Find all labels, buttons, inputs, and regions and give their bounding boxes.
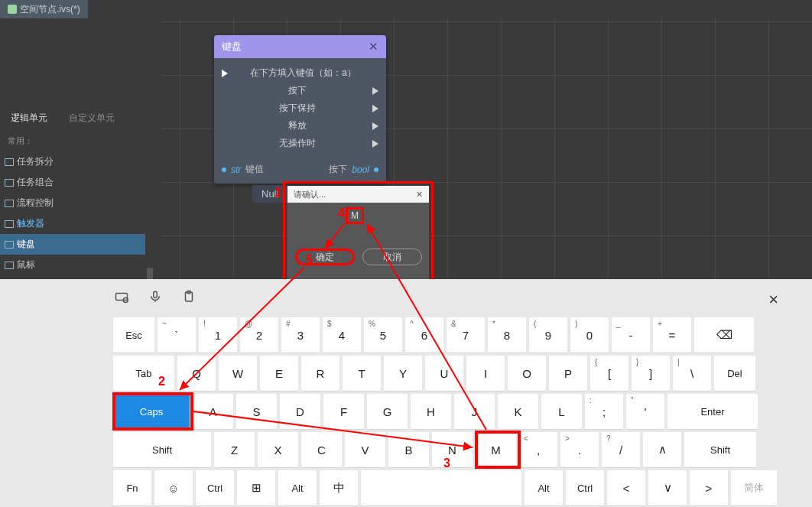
sidebar-item-task-group[interactable]: 任务组合 [0, 172, 145, 193]
key-V[interactable]: V [345, 432, 385, 467]
sidebar-item-mouse[interactable]: 鼠标 [0, 255, 145, 275]
out-port-icon[interactable] [372, 87, 378, 95]
key-6[interactable]: ^6 [405, 317, 443, 353]
key-0[interactable]: )0 [570, 317, 609, 353]
key-=[interactable]: += [653, 317, 691, 353]
key-P[interactable]: P [549, 356, 587, 391]
key-arrow-down[interactable]: ∨ [648, 470, 687, 505]
key-N[interactable]: N [432, 432, 473, 467]
key-enter[interactable]: Enter [667, 394, 758, 429]
key-3[interactable]: #3 [281, 317, 320, 353]
key-win[interactable]: ⊞ [237, 470, 275, 505]
microphone-icon[interactable] [148, 290, 162, 304]
key-comma[interactable]: <, [519, 432, 557, 467]
key-slash[interactable]: ?/ [602, 432, 640, 467]
key-J[interactable]: J [454, 394, 495, 429]
key-E[interactable]: E [260, 356, 298, 391]
key-ctrl-r[interactable]: Ctrl [566, 470, 604, 505]
out-port-icon[interactable] [372, 105, 378, 112]
key-period[interactable]: >. [560, 432, 599, 467]
key-space[interactable] [361, 470, 521, 505]
key-2[interactable]: @2 [240, 317, 278, 353]
key-backspace[interactable]: ⌫ [694, 317, 754, 353]
out-port-icon[interactable] [372, 140, 378, 148]
key-G[interactable]: G [367, 394, 408, 429]
keyboard-close-button[interactable]: × [768, 290, 778, 310]
key-arrow-right[interactable]: > [690, 470, 728, 505]
key-9[interactable]: (9 [529, 317, 567, 353]
on-screen-keyboard: × Esc ~`!1@2#3$4%5^6&7*8(9)0_-+= ⌫ Tab Q… [0, 279, 812, 507]
key-tab[interactable]: Tab [113, 356, 174, 391]
dialog-value: M [346, 207, 364, 224]
key-5[interactable]: %5 [364, 317, 402, 353]
key-bracket-l[interactable]: {[ [590, 356, 628, 391]
node-canvas[interactable]: 键盘 ✕ 在下方填入键值（如：a） 按下 按下保持 释放 无操作时 str 键值… [161, 18, 812, 279]
key-shift-l[interactable]: Shift [113, 432, 211, 467]
key-arrow-up[interactable]: ∧ [643, 432, 681, 467]
key-ime[interactable]: 中 [320, 470, 358, 505]
out-port-icon[interactable] [372, 122, 378, 130]
key-D[interactable]: D [280, 394, 320, 429]
key-backslash[interactable]: |\ [673, 356, 711, 391]
key-caps[interactable]: Caps [113, 394, 190, 429]
key-C[interactable]: C [301, 432, 342, 467]
key-I[interactable]: I [466, 356, 505, 391]
key-A[interactable]: A [193, 394, 233, 429]
close-icon[interactable]: ✕ [416, 190, 423, 200]
dialog-title-bar[interactable]: 请确认... ✕ [287, 186, 429, 203]
sidebar-item-task-split[interactable]: 任务拆分 [0, 151, 145, 172]
side-list: 任务拆分 任务组合 流程控制 触发器 键盘 鼠标 空间触发器 [0, 151, 145, 296]
node-keyboard[interactable]: 键盘 ✕ 在下方填入键值（如：a） 按下 按下保持 释放 无操作时 str 键值… [214, 35, 386, 184]
key-B[interactable]: B [388, 432, 429, 467]
sidebar-item-trigger[interactable]: 触发器 [0, 213, 145, 234]
key-8[interactable]: *8 [488, 317, 526, 353]
key-R[interactable]: R [301, 356, 339, 391]
side-tab-custom[interactable]: 自定义单元 [58, 107, 125, 129]
key-bracket-r[interactable]: }] [632, 356, 670, 391]
key-K[interactable]: K [498, 394, 538, 429]
key-esc[interactable]: Esc [113, 317, 154, 353]
file-tab[interactable]: 空间节点.ivs(*) [0, 0, 88, 18]
key-`[interactable]: ~` [158, 317, 196, 353]
key-O[interactable]: O [508, 356, 546, 391]
clipboard-icon[interactable] [182, 290, 196, 304]
sidebar-item-flow[interactable]: 流程控制 [0, 193, 145, 213]
key-arrow-left[interactable]: < [607, 470, 645, 505]
out-port-icon[interactable] [374, 167, 378, 172]
ok-button[interactable]: 确定 [295, 249, 355, 265]
key-quote[interactable]: "' [626, 394, 664, 429]
node-row-none: 无操作时 [279, 137, 316, 150]
key-emoji[interactable]: ☺ [154, 470, 193, 505]
node-title-bar[interactable]: 键盘 ✕ [214, 35, 386, 58]
sidebar-item-keyboard[interactable]: 键盘 [0, 234, 145, 255]
cancel-button[interactable]: 取消 [362, 249, 422, 265]
key-alt-r[interactable]: Alt [525, 470, 563, 505]
key-Q[interactable]: Q [177, 356, 216, 391]
key-Z[interactable]: Z [214, 432, 255, 467]
key-1[interactable]: !1 [199, 317, 237, 353]
key-L[interactable]: L [541, 394, 582, 429]
key-W[interactable]: W [219, 356, 257, 391]
key-4[interactable]: $4 [323, 317, 361, 353]
key-Y[interactable]: Y [384, 356, 422, 391]
key--[interactable]: _- [612, 317, 650, 353]
in-port-icon[interactable] [222, 167, 226, 172]
key-fn[interactable]: Fn [113, 470, 151, 505]
key-7[interactable]: &7 [447, 317, 485, 353]
key-X[interactable]: X [258, 432, 298, 467]
key-S[interactable]: S [236, 394, 277, 429]
key-ctrl-l[interactable]: Ctrl [196, 470, 234, 505]
key-F[interactable]: F [323, 394, 364, 429]
key-T[interactable]: T [343, 356, 381, 391]
key-H[interactable]: H [411, 394, 451, 429]
keyboard-settings-icon[interactable] [115, 290, 128, 304]
key-ime-mode[interactable]: 简体 [731, 470, 777, 505]
key-U[interactable]: U [425, 356, 463, 391]
key-del[interactable]: Del [714, 356, 755, 391]
close-icon[interactable]: ✕ [369, 40, 378, 54]
key-alt-l[interactable]: Alt [278, 470, 317, 505]
key-semicolon[interactable]: :; [585, 394, 623, 429]
side-tab-logic[interactable]: 逻辑单元 [0, 107, 58, 129]
key-M[interactable]: M [476, 432, 516, 467]
key-shift-r[interactable]: Shift [684, 432, 756, 467]
